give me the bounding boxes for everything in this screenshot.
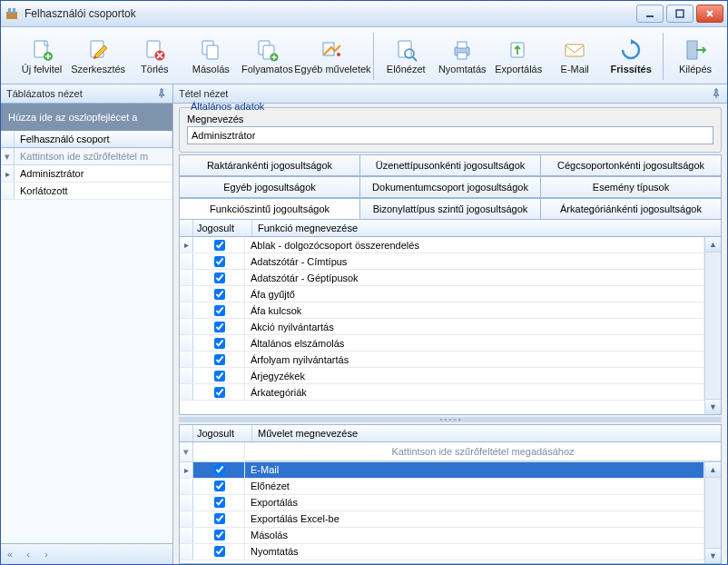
col-muvelet[interactable]: Művelet megnevezése <box>252 425 721 441</box>
scroll-up-icon[interactable]: ▲ <box>705 462 721 478</box>
print-icon <box>450 38 474 62</box>
preview-button[interactable]: Előnézet <box>378 29 434 84</box>
splitter[interactable]: • • • • • <box>179 417 722 422</box>
col-funkcio[interactable]: Funkció megnevezése <box>252 220 721 236</box>
jogosult-checkbox[interactable] <box>214 371 225 382</box>
other-ops-button[interactable]: Egyéb műveletek <box>295 29 369 84</box>
row-label: Áfa kulcsok <box>245 302 704 318</box>
scroll-up-icon[interactable]: ▲ <box>705 237 721 253</box>
tab-bizonylat[interactable]: Bizonylattípus szintű jogosultságok <box>360 198 541 219</box>
pin-icon[interactable] <box>711 88 722 99</box>
grid2-filter-row[interactable]: Kattintson ide szűrőfeltétel megadásához <box>245 442 721 461</box>
tab-uzenet[interactable]: Üzenettípusonkénti jogosultságok <box>360 154 541 175</box>
jogosult-checkbox[interactable] <box>214 256 225 267</box>
app-icon <box>5 6 19 21</box>
jogosult-checkbox[interactable] <box>214 354 225 365</box>
row-label: Általános elszámolás <box>245 335 704 351</box>
table-row[interactable]: ▸Ablak - dolgozócsoport összerendelés <box>180 237 704 253</box>
delete-button[interactable]: Törlés <box>126 29 182 84</box>
table-row[interactable]: Másolás <box>180 528 704 544</box>
print-button[interactable]: Nyomtatás <box>434 29 490 84</box>
email-button[interactable]: E-Mail <box>546 29 603 84</box>
tab-esemeny[interactable]: Esemény típusok <box>541 176 722 197</box>
export-button[interactable]: Exportálás <box>490 29 546 84</box>
svg-rect-3 <box>646 15 654 17</box>
toolbar-separator <box>373 33 374 80</box>
table-row[interactable]: Áfa kulcsok <box>180 302 704 319</box>
nav-next-button[interactable]: › <box>38 546 54 562</box>
table-row[interactable]: Előnézet <box>180 479 704 495</box>
left-col-header[interactable]: Felhasználó csoport <box>15 131 172 147</box>
copy-button[interactable]: Másolás <box>182 29 239 84</box>
table-row[interactable]: Exportálás Excel-be <box>180 511 704 528</box>
svg-rect-11 <box>207 45 218 59</box>
jogosult-checkbox[interactable] <box>214 513 225 524</box>
tab-raktar[interactable]: Raktárankénti jogosultságok <box>179 154 360 175</box>
table-row[interactable]: Exportálás <box>180 495 704 511</box>
tab-ceg[interactable]: Cégcsoportonkénti jogosultságok <box>541 154 722 175</box>
row-label: Másolás <box>245 528 704 543</box>
col-jogosult[interactable]: Jogosult <box>193 220 252 236</box>
row-label: Exportálás <box>245 495 704 510</box>
new-button[interactable]: Új felvitel <box>14 29 70 84</box>
scrollbar[interactable]: ▲▼ <box>704 237 721 414</box>
table-row[interactable]: Árjegyzékek <box>180 368 704 384</box>
export-icon <box>507 38 530 62</box>
tab-funkcio[interactable]: Funkciószintű jogoultságok <box>179 198 360 220</box>
left-row[interactable]: Korlátozott <box>1 183 172 200</box>
email-icon <box>563 38 586 62</box>
jogosult-checkbox[interactable] <box>214 546 225 557</box>
left-filter-row[interactable]: ▾ Kattintson ide szűrőfeltétel m <box>1 148 172 165</box>
left-nav-footer: « ‹ › <box>1 543 172 564</box>
continuous-button[interactable]: Folyamatos <box>239 29 295 84</box>
jogosult-checkbox[interactable] <box>214 273 225 283</box>
refresh-button[interactable]: Frissítés <box>603 29 659 84</box>
table-row[interactable]: Nyomtatás <box>180 544 704 560</box>
jogosult-checkbox[interactable] <box>214 305 225 316</box>
table-row[interactable]: Adatszótár - Címtípus <box>180 253 704 270</box>
row-label: Akció nyilvántartás <box>245 319 704 334</box>
jogosult-checkbox[interactable] <box>214 481 225 491</box>
scrollbar[interactable]: ▲▼ <box>704 462 721 564</box>
table-row[interactable]: Adatszótár - Géptípusok <box>180 270 704 286</box>
jogosult-checkbox[interactable] <box>214 240 225 251</box>
table-row[interactable]: Akció nyilvántartás <box>180 319 704 335</box>
detail-panel-title: Tétel nézet <box>179 88 228 99</box>
jogosult-checkbox[interactable] <box>214 387 225 398</box>
table-row[interactable]: Árfolyam nyilvántartás <box>180 352 704 368</box>
jogosult-checkbox[interactable] <box>214 497 225 508</box>
left-row[interactable]: ▸ Adminisztrátor <box>1 165 172 183</box>
nav-prev-button[interactable]: ‹ <box>20 546 36 562</box>
scroll-down-icon[interactable]: ▼ <box>705 548 721 563</box>
maximize-button[interactable] <box>666 5 694 23</box>
jogosult-checkbox[interactable] <box>214 464 225 475</box>
table-row[interactable]: Általános elszámolás <box>180 335 704 352</box>
scroll-down-icon[interactable]: ▼ <box>705 399 721 414</box>
functions-grid: Jogosult Funkció megnevezése ▸Ablak - do… <box>179 219 722 415</box>
minimize-button[interactable] <box>636 5 664 23</box>
tab-egyeb[interactable]: Egyéb jogosultságok <box>179 176 360 197</box>
jogosult-checkbox[interactable] <box>214 530 225 540</box>
delete-icon <box>143 38 166 62</box>
pin-icon[interactable] <box>156 88 167 99</box>
jogosult-checkbox[interactable] <box>214 289 225 300</box>
general-data-group: Általános adatok Megnevezés <box>179 107 722 153</box>
name-input[interactable] <box>187 126 713 144</box>
close-button[interactable] <box>696 5 723 23</box>
edit-button[interactable]: Szerkesztés <box>70 29 126 84</box>
table-row[interactable]: Áfa gyűjtő <box>180 286 704 302</box>
jogosult-checkbox[interactable] <box>214 322 225 332</box>
group-drop-area[interactable]: Húzza ide az oszlopfejlécet a <box>1 104 172 131</box>
tab-arkategoria[interactable]: Árkategóriánkénti jogosultságok <box>541 198 722 219</box>
nav-first-button[interactable]: « <box>2 546 18 562</box>
table-row[interactable]: ▸E-Mail <box>180 462 704 479</box>
left-panel: Táblázatos nézet Húzza ide az oszlopfejl… <box>1 84 173 564</box>
tab-dokumentum[interactable]: Dokumentumcsoport jogosultságok <box>360 176 541 197</box>
copy-icon <box>199 38 222 62</box>
exit-button[interactable]: Kilépés <box>667 29 723 84</box>
svg-rect-21 <box>457 53 467 59</box>
jogosult-checkbox[interactable] <box>214 338 225 349</box>
table-row[interactable]: Árkategóriák <box>180 384 704 401</box>
col-jogosult[interactable]: Jogosult <box>193 425 252 441</box>
row-header-corner <box>180 425 193 441</box>
